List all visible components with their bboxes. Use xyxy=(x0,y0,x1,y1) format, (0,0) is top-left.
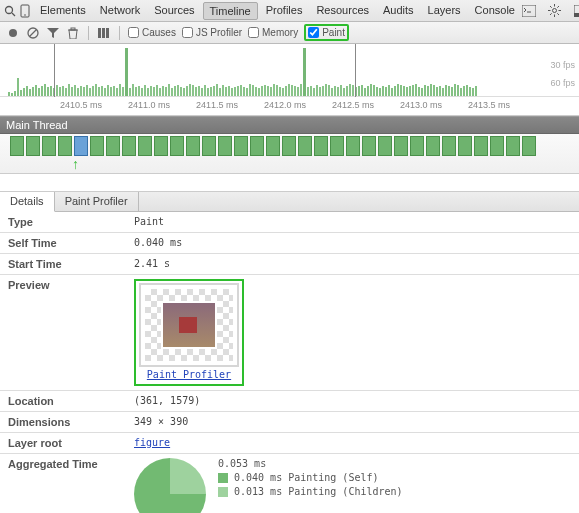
agg-legend: 0.053 ms 0.040 ms Painting (Self) 0.013 … xyxy=(218,458,403,497)
row-type: TypePaint xyxy=(0,212,579,233)
fps-60-label: 60 fps xyxy=(550,78,575,88)
xlabel: 2412.0 ms xyxy=(264,100,332,110)
row-location: Location(361, 1579) xyxy=(0,391,579,412)
overview-xaxis: 2410.5 ms 2411.0 ms 2411.5 ms 2412.0 ms … xyxy=(0,96,579,110)
mainthread-header: Main Thread xyxy=(0,116,579,134)
detail-tabbar: Details Paint Profiler xyxy=(0,192,579,212)
paint-highlight: Paint xyxy=(304,24,349,41)
jsprofiler-checkbox[interactable]: JS Profiler xyxy=(182,27,242,38)
svg-point-3 xyxy=(24,14,26,16)
toolbar-divider xyxy=(119,26,120,40)
row-layerroot: Layer rootfigure xyxy=(0,433,579,454)
agg-total: 0.053 ms xyxy=(218,458,403,469)
pie-chart xyxy=(134,458,206,513)
toolbar-divider xyxy=(88,26,89,40)
details-pane: TypePaint Self Time0.040 ms Start Time2.… xyxy=(0,212,579,513)
svg-line-14 xyxy=(550,13,552,15)
tab-audits[interactable]: Audits xyxy=(377,2,420,20)
selftime-value: 0.040 ms xyxy=(134,237,571,248)
fps-30-label: 30 fps xyxy=(550,60,575,70)
svg-line-12 xyxy=(558,13,560,15)
search-icon[interactable] xyxy=(4,3,16,19)
xlabel: 2412.5 ms xyxy=(332,100,400,110)
selection-range[interactable] xyxy=(54,44,356,97)
tab-sources[interactable]: Sources xyxy=(148,2,200,20)
xlabel: 2411.5 ms xyxy=(196,100,264,110)
jsprofiler-label: JS Profiler xyxy=(196,27,242,38)
svg-point-0 xyxy=(6,6,13,13)
agg-self: 0.040 ms Painting (Self) xyxy=(234,472,379,483)
arrow-up-icon: ↑ xyxy=(72,156,79,172)
mainthread-bars xyxy=(10,136,569,156)
layerroot-link[interactable]: figure xyxy=(134,437,170,448)
device-icon[interactable] xyxy=(20,3,30,19)
starttime-value: 2.41 s xyxy=(134,258,571,269)
viewmode-icon[interactable] xyxy=(97,26,111,40)
svg-rect-24 xyxy=(106,28,109,38)
paint-profiler-link[interactable]: Paint Profiler xyxy=(147,369,231,380)
svg-line-13 xyxy=(558,6,560,8)
row-selftime: Self Time0.040 ms xyxy=(0,233,579,254)
swatch-children xyxy=(218,487,228,497)
tab-profiles[interactable]: Profiles xyxy=(260,2,309,20)
svg-rect-23 xyxy=(102,28,105,38)
tab-resources[interactable]: Resources xyxy=(310,2,375,20)
starttime-label: Start Time xyxy=(8,258,134,270)
memory-checkbox[interactable]: Memory xyxy=(248,27,298,38)
location-label: Location xyxy=(8,395,134,407)
dimensions-label: Dimensions xyxy=(8,416,134,428)
svg-point-6 xyxy=(553,9,557,13)
gear-icon[interactable] xyxy=(547,3,563,19)
svg-line-19 xyxy=(30,29,37,36)
preview-label: Preview xyxy=(8,279,134,291)
mainthread-title: Main Thread xyxy=(6,119,68,131)
dimensions-value: 349 × 390 xyxy=(134,416,571,427)
tab-details[interactable]: Details xyxy=(0,192,55,212)
tab-network[interactable]: Network xyxy=(94,2,146,20)
svg-rect-4 xyxy=(522,5,536,17)
devtools-tabbar: Elements Network Sources Timeline Profil… xyxy=(0,0,579,22)
svg-line-11 xyxy=(550,6,552,8)
svg-rect-22 xyxy=(98,28,101,38)
xlabel: 2410.5 ms xyxy=(60,100,128,110)
location-value: (361, 1579) xyxy=(134,395,571,406)
row-dimensions: Dimensions349 × 390 xyxy=(0,412,579,433)
clear-icon[interactable] xyxy=(26,26,40,40)
blank-lane xyxy=(0,174,579,192)
xlabel: 2413.0 ms xyxy=(400,100,468,110)
causes-label: Causes xyxy=(142,27,176,38)
memory-label: Memory xyxy=(262,27,298,38)
preview-highlight: Paint Profiler xyxy=(134,279,244,386)
tab-elements[interactable]: Elements xyxy=(34,2,92,20)
preview-thumbnail[interactable] xyxy=(141,285,237,365)
paint-checkbox[interactable]: Paint xyxy=(308,27,345,38)
selftime-label: Self Time xyxy=(8,237,134,249)
agg-children: 0.013 ms Painting (Children) xyxy=(234,486,403,497)
gc-icon[interactable] xyxy=(66,26,80,40)
row-starttime: Start Time2.41 s xyxy=(0,254,579,275)
agg-label: Aggregated Time xyxy=(8,458,134,470)
svg-rect-16 xyxy=(574,13,579,17)
layerroot-label: Layer root xyxy=(8,437,134,449)
xlabel: 2411.0 ms xyxy=(128,100,196,110)
type-label: Type xyxy=(8,216,134,228)
causes-checkbox[interactable]: Causes xyxy=(128,27,176,38)
swatch-self xyxy=(218,473,228,483)
paint-label: Paint xyxy=(322,27,345,38)
record-icon[interactable] xyxy=(6,26,20,40)
tab-console[interactable]: Console xyxy=(469,2,521,20)
filter-icon[interactable] xyxy=(46,26,60,40)
tab-paint-profiler[interactable]: Paint Profiler xyxy=(55,192,139,211)
mainthread-lane[interactable]: ↑ xyxy=(0,134,579,174)
row-preview: Preview Paint Profiler xyxy=(0,275,579,391)
row-aggregated: Aggregated Time 0.053 ms 0.040 ms Painti… xyxy=(0,454,579,513)
dock-icon[interactable] xyxy=(573,3,579,19)
console-toggle-icon[interactable] xyxy=(521,3,537,19)
svg-line-1 xyxy=(12,13,15,16)
svg-rect-21 xyxy=(71,28,75,30)
tab-timeline[interactable]: Timeline xyxy=(203,2,258,20)
overview-chart[interactable]: 30 fps 60 fps 2410.5 ms 2411.0 ms 2411.5… xyxy=(0,44,579,116)
type-value: Paint xyxy=(134,216,571,227)
panel-tabs: Elements Network Sources Timeline Profil… xyxy=(34,2,521,20)
tab-layers[interactable]: Layers xyxy=(422,2,467,20)
